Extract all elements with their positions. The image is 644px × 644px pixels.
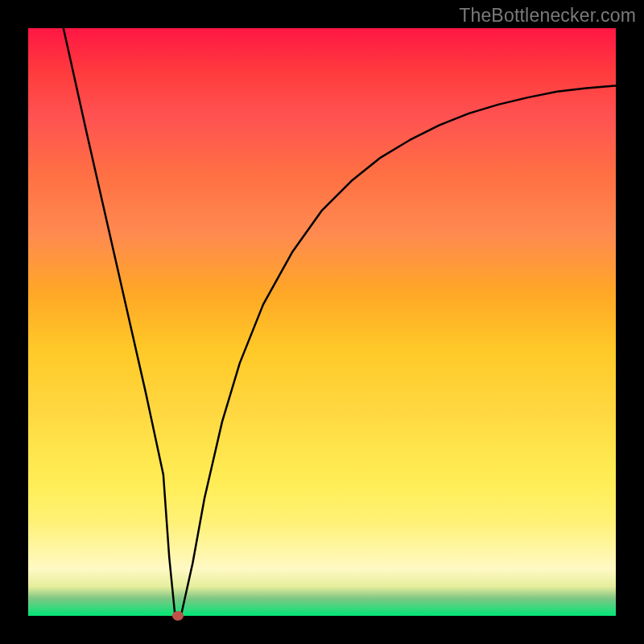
optimal-point-marker [172,611,184,621]
plot-gradient-background [28,28,616,616]
chart-container: TheBottlenecker.com [0,0,644,644]
watermark-text: TheBottlenecker.com [459,5,636,27]
